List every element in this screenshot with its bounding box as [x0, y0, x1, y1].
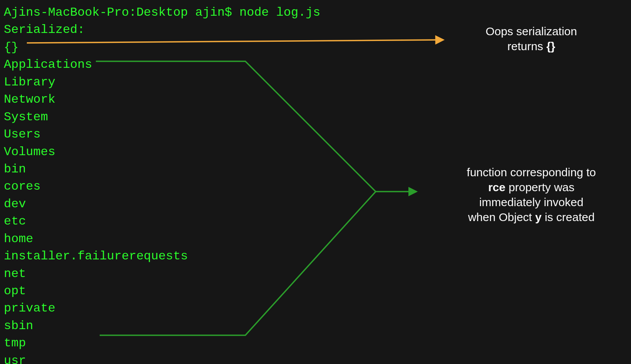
- annotation-text: when Object: [468, 211, 535, 223]
- terminal-output-line: dev: [4, 195, 320, 213]
- terminal-output: Ajins-MacBook-Pro:Desktop ajin$ node log…: [4, 4, 320, 364]
- terminal-output-line: usr: [4, 352, 320, 364]
- terminal-output-line: cores: [4, 178, 320, 195]
- terminal-output-line: private: [4, 300, 320, 317]
- terminal-output-line: Users: [4, 126, 320, 143]
- annotation-y-bold: y: [535, 211, 542, 223]
- annotation-text: is created: [542, 211, 595, 223]
- terminal-output-line: sbin: [4, 317, 320, 334]
- terminal-output-line: installer.failurerequests: [4, 248, 320, 265]
- terminal-prompt-line: Ajins-MacBook-Pro:Desktop ajin$ node log…: [4, 4, 320, 21]
- terminal-output-line: home: [4, 230, 320, 248]
- annotation-text: immediately invoked: [479, 196, 583, 208]
- annotation-braces: {}: [546, 40, 555, 52]
- annotation-text: returns: [507, 40, 546, 52]
- terminal-output-line: opt: [4, 282, 320, 300]
- terminal-output-line: bin: [4, 161, 320, 178]
- terminal-output-line: etc: [4, 213, 320, 230]
- annotation-rce-bold: rce: [488, 181, 505, 193]
- terminal-output-line: Volumes: [4, 143, 320, 161]
- terminal-output-line: net: [4, 265, 320, 282]
- terminal-serialized-value: {}: [4, 39, 320, 56]
- annotation-serialization: Oops serialization returns {}: [466, 24, 596, 54]
- annotation-rce: function corresponding to rce property w…: [453, 165, 610, 225]
- annotation-text: property was: [505, 181, 574, 193]
- terminal-serialized-label: Serialized:: [4, 21, 320, 38]
- terminal-output-line: tmp: [4, 334, 320, 352]
- terminal-output-line: Library: [4, 74, 320, 91]
- annotation-text: function corresponding to: [467, 166, 596, 179]
- terminal-output-line: System: [4, 108, 320, 126]
- annotation-text: Oops serialization: [486, 25, 577, 38]
- terminal-output-line: Network: [4, 91, 320, 108]
- terminal-output-line: Applications: [4, 56, 320, 73]
